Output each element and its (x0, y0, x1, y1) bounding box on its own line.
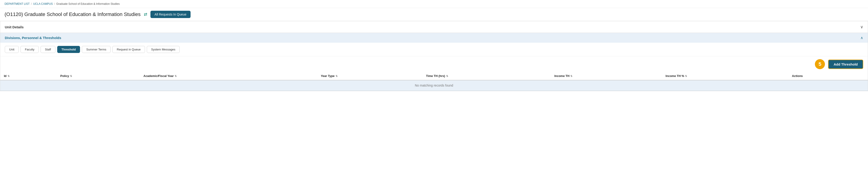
table-container: Id⇅Policy⇅Academic/Fiscal Year⇅Year Type… (0, 72, 868, 91)
tab-unit[interactable]: Unit (5, 46, 19, 53)
all-requests-queue-button[interactable]: All Requests In Queue (150, 11, 191, 18)
tab-threshold[interactable]: Threshold (57, 46, 80, 53)
col-time-th--hrs-[interactable]: Time TH (hrs)⇅ (423, 72, 551, 80)
tab-request-in-queue[interactable]: Request in Queue (113, 46, 145, 53)
divisions-section: Divisions, Personnel & Thresholds ∧ Unit… (0, 33, 868, 91)
sort-icon-time-th--hrs-: ⇅ (446, 75, 448, 78)
breadcrumb-sep-1: / (31, 2, 32, 5)
sort-icon-policy: ⇅ (70, 75, 72, 78)
step-badge: 5 (815, 59, 825, 69)
tab-system-messages[interactable]: System Messages (147, 46, 180, 53)
tab-summer-terms[interactable]: Summer Terms (82, 46, 111, 53)
divisions-header[interactable]: Divisions, Personnel & Thresholds ∧ (0, 33, 868, 43)
sort-icon-id: ⇅ (7, 75, 9, 78)
unit-details-label: Unit Details (5, 25, 24, 29)
sort-icon-academic-fiscal-year: ⇅ (175, 75, 177, 78)
col-id[interactable]: Id⇅ (0, 72, 57, 80)
toolbar-row: 5 Add Threshold (0, 56, 868, 72)
no-records-row: No matching records found (0, 80, 868, 91)
divisions-chevron-icon: ∧ (861, 36, 863, 40)
unit-details-header[interactable]: Unit Details ∨ (0, 21, 868, 33)
breadcrumb-sep-2: / (54, 2, 55, 5)
tab-faculty[interactable]: Faculty (21, 46, 39, 53)
table-header-row: Id⇅Policy⇅Academic/Fiscal Year⇅Year Type… (0, 72, 868, 80)
page-title: (O1120) Graduate School of Education & I… (5, 11, 141, 17)
divisions-title: Divisions, Personnel & Thresholds (5, 36, 61, 40)
breadcrumb-current: Graduate School of Education & Informati… (56, 2, 120, 5)
tabs-bar: UnitFacultyStaffThresholdSummer TermsReq… (0, 43, 868, 56)
col-actions: Actions (788, 72, 868, 80)
col-income-th[interactable]: Income TH⇅ (551, 72, 662, 80)
breadcrumb-dept-list[interactable]: DEPARTMENT LIST (5, 2, 30, 5)
filter-icon[interactable]: ⇄ (144, 12, 147, 17)
tab-staff[interactable]: Staff (40, 46, 55, 53)
breadcrumb: DEPARTMENT LIST / UCLA CAMPUS / Graduate… (0, 0, 868, 8)
sort-icon-income-th--: ⇅ (685, 75, 687, 78)
breadcrumb-campus[interactable]: UCLA CAMPUS (33, 2, 53, 5)
col-income-th--[interactable]: Income TH %⇅ (662, 72, 788, 80)
sort-icon-year-type: ⇅ (336, 75, 338, 78)
col-year-type[interactable]: Year Type⇅ (317, 72, 423, 80)
page-header: (O1120) Graduate School of Education & I… (0, 8, 868, 21)
add-threshold-button[interactable]: Add Threshold (828, 60, 863, 69)
col-academic-fiscal-year[interactable]: Academic/Fiscal Year⇅ (140, 72, 317, 80)
unit-details-section: Unit Details ∨ Divisions, Personnel & Th… (0, 21, 868, 91)
col-policy[interactable]: Policy⇅ (57, 72, 140, 80)
no-records-message: No matching records found (0, 80, 868, 91)
sort-icon-income-th: ⇅ (570, 75, 572, 78)
threshold-table: Id⇅Policy⇅Academic/Fiscal Year⇅Year Type… (0, 72, 868, 91)
unit-details-chevron-icon: ∨ (860, 24, 863, 29)
